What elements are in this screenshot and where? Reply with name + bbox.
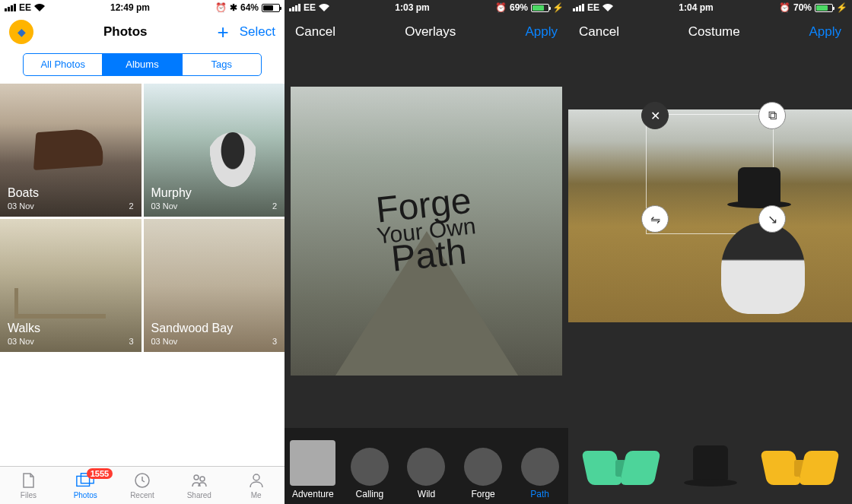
select-button[interactable]: Select <box>240 24 275 40</box>
wifi-icon <box>34 4 45 11</box>
album-name: Sandwood Bay <box>151 322 278 335</box>
badge: 1555 <box>87 468 113 479</box>
svg-point-5 <box>253 474 259 480</box>
segmented-control: All Photos Albums Tags <box>23 53 262 76</box>
item-top-hat[interactable] <box>684 445 737 491</box>
person-icon <box>246 471 266 490</box>
signal-icon <box>5 4 16 11</box>
tab-shared[interactable]: Shared <box>170 467 227 504</box>
album-count: 3 <box>272 337 277 346</box>
wifi-icon <box>602 4 613 11</box>
overlays-screen: EE 1:03 pm ⏰ 69% ⚡ Cancel Overlays Apply… <box>285 0 568 504</box>
shared-icon <box>189 471 209 490</box>
album-murphy[interactable]: Murphy 03 Nov2 <box>144 84 285 217</box>
thumb-wild[interactable]: Wild <box>398 448 455 499</box>
thumb-label: Path <box>530 489 549 499</box>
segment-tags[interactable]: Tags <box>182 54 261 75</box>
add-button[interactable]: + <box>218 21 229 44</box>
alarm-icon: ⏰ <box>779 2 790 13</box>
screen-title: Overlays <box>405 24 456 40</box>
thumb-adventure[interactable]: Adventure <box>285 440 342 499</box>
flip-handle[interactable]: ⇋ <box>641 205 669 233</box>
item-bowtie-yellow[interactable] <box>764 451 836 485</box>
overlay-thumbnails[interactable]: Adventure Calling Wild Forge Path <box>285 428 568 504</box>
carrier-label: EE <box>19 2 31 13</box>
clock: 1:04 pm <box>679 2 713 13</box>
status-bar: EE 12:49 pm ⏰ ✱ 64% <box>0 0 285 15</box>
battery-icon <box>815 4 833 12</box>
thumb-forge[interactable]: Forge <box>455 448 512 499</box>
overlay-line3: Path <box>378 236 480 277</box>
album-sandwood[interactable]: Sandwood Bay 03 Nov3 <box>144 219 285 352</box>
top-hat-overlay[interactable] <box>738 167 780 204</box>
thumb-calling[interactable]: Calling <box>342 448 399 499</box>
apply-button[interactable]: Apply <box>809 24 841 40</box>
charging-icon: ⚡ <box>836 2 847 13</box>
costume-screen: EE 1:04 pm ⏰ 70% ⚡ Cancel Costume Apply … <box>568 0 852 504</box>
battery-pct: 70% <box>793 2 812 13</box>
album-grid: Boats 03 Nov2 Murphy 03 Nov2 Walks 03 No… <box>0 84 285 352</box>
tab-label: Files <box>21 491 37 499</box>
tab-recent[interactable]: Recent <box>114 467 171 504</box>
album-date: 03 Nov <box>8 337 34 346</box>
svg-point-4 <box>200 477 205 481</box>
carrier-label: EE <box>304 2 316 13</box>
signal-icon <box>573 4 584 11</box>
charging-icon: ⚡ <box>552 2 564 13</box>
segment-all-photos[interactable]: All Photos <box>24 54 102 75</box>
thumb-preview <box>464 448 502 486</box>
tab-photos[interactable]: 1555 Photos <box>57 467 114 504</box>
bluetooth-icon: ✱ <box>230 2 237 13</box>
file-icon <box>18 471 38 490</box>
premium-icon[interactable]: ◆ <box>9 20 33 44</box>
item-bowtie-green[interactable] <box>585 451 657 485</box>
battery-icon <box>531 4 549 12</box>
tab-me[interactable]: Me <box>227 467 285 504</box>
album-name: Boats <box>8 186 134 200</box>
album-thumbnail <box>14 288 106 319</box>
thumb-path[interactable]: Path <box>511 448 568 499</box>
segment-albums[interactable]: Albums <box>102 54 181 75</box>
signal-icon <box>289 4 300 11</box>
screen-title: Costume <box>688 24 740 40</box>
cancel-button[interactable]: Cancel <box>295 24 335 40</box>
resize-handle[interactable]: ↘ <box>758 205 786 233</box>
preview-image[interactable]: ✕ ⧉ ⇋ ↘ <box>568 109 852 322</box>
thumb-label: Forge <box>471 489 494 499</box>
apply-button[interactable]: Apply <box>525 24 558 40</box>
duplicate-handle[interactable]: ⧉ <box>758 102 786 129</box>
album-count: 2 <box>129 201 133 211</box>
battery-icon <box>262 4 280 12</box>
thumb-label: Calling <box>356 489 384 499</box>
preview-image[interactable]: Forge Your Own Path <box>291 87 562 376</box>
album-boats[interactable]: Boats 03 Nov2 <box>0 84 141 217</box>
album-count: 2 <box>272 201 277 211</box>
album-walks[interactable]: Walks 03 Nov3 <box>0 219 141 352</box>
album-name: Walks <box>8 322 134 335</box>
tab-label: Shared <box>187 491 211 499</box>
cancel-button[interactable]: Cancel <box>579 24 619 40</box>
album-date: 03 Nov <box>151 337 178 346</box>
album-thumbnail <box>33 128 105 170</box>
battery-pct: 64% <box>240 2 259 13</box>
nav-bar: Cancel Costume Apply <box>568 15 852 49</box>
photos-screen: EE 12:49 pm ⏰ ✱ 64% ◆ Photos + Select Al… <box>0 0 285 504</box>
status-bar: EE 1:04 pm ⏰ 70% ⚡ <box>568 0 852 15</box>
album-date: 03 Nov <box>8 201 34 211</box>
costume-items[interactable] <box>568 432 852 504</box>
tab-files[interactable]: Files <box>0 467 57 504</box>
tab-label: Recent <box>130 491 154 499</box>
album-count: 3 <box>129 337 133 346</box>
thumb-preview <box>290 440 335 486</box>
close-handle[interactable]: ✕ <box>641 102 669 129</box>
tab-bar: Files 1555 Photos Recent Shared Me <box>0 466 285 504</box>
clock-icon <box>132 471 152 490</box>
svg-point-3 <box>194 475 199 480</box>
album-thumbnail <box>206 132 259 193</box>
album-date: 03 Nov <box>151 201 178 211</box>
tab-label: Photos <box>74 491 97 499</box>
nav-bar: Cancel Overlays Apply <box>285 15 568 49</box>
carrier-label: EE <box>587 2 599 13</box>
clock: 1:03 pm <box>395 2 429 13</box>
wifi-icon <box>319 4 329 11</box>
